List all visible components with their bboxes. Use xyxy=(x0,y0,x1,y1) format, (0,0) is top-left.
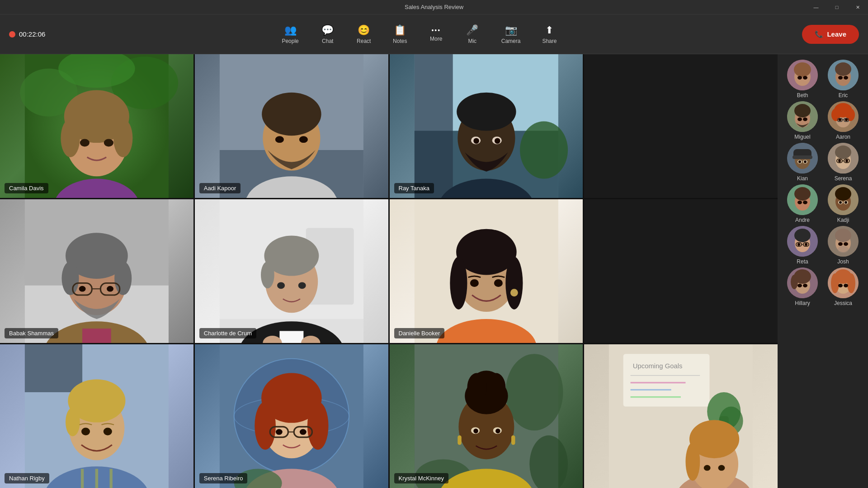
aaron-name: Aaron xyxy=(836,134,850,140)
camera-button[interactable]: 📷 Camera xyxy=(491,21,532,48)
video-cell-krystal[interactable]: Krystal McKinney xyxy=(390,344,583,488)
svg-point-32 xyxy=(520,121,568,178)
recording-dot xyxy=(9,31,15,38)
video-cell-danielle[interactable]: Danielle Booker xyxy=(390,199,583,343)
svg-point-200 xyxy=(803,284,807,287)
svg-point-188 xyxy=(805,243,807,246)
recording-time: 00:22:06 xyxy=(19,30,45,38)
svg-point-183 xyxy=(794,229,811,242)
svg-text:Upcoming Goals: Upcoming Goals xyxy=(633,362,683,370)
svg-point-67 xyxy=(470,279,478,287)
svg-point-64 xyxy=(450,257,467,310)
sidebar-participant-andre[interactable]: Andre xyxy=(783,184,821,223)
svg-point-180 xyxy=(844,201,847,204)
reta-avatar xyxy=(787,226,818,257)
share-button[interactable]: ⬆ Share xyxy=(531,21,567,48)
sidebar-participant-hillary[interactable]: Hillary xyxy=(783,267,821,306)
more-button[interactable]: ••• More xyxy=(418,23,454,46)
babak-avatar xyxy=(0,199,193,343)
svg-point-205 xyxy=(847,273,855,293)
video-cell-aadi[interactable]: Aadi Kapoor xyxy=(195,54,388,198)
svg-point-126 xyxy=(704,465,711,471)
kadji-name: Kadji xyxy=(837,217,849,223)
charlotte-avatar xyxy=(195,199,388,343)
svg-point-79 xyxy=(104,427,112,435)
eric-avatar xyxy=(828,60,859,90)
people-button[interactable]: 👥 People xyxy=(271,21,309,48)
sidebar-row-2: Miguel xyxy=(781,101,864,140)
more-label: More xyxy=(430,36,442,42)
jessica-name: Jessica xyxy=(834,300,852,306)
svg-point-167 xyxy=(838,160,841,162)
sidebar-participant-eric[interactable]: Eric xyxy=(824,60,862,99)
maximize-button[interactable]: □ xyxy=(826,0,847,14)
leave-label: Leave xyxy=(827,30,846,38)
svg-point-93 xyxy=(300,429,307,435)
chat-button[interactable]: 💬 Chat xyxy=(310,21,346,48)
svg-rect-106 xyxy=(458,435,461,445)
react-label: React xyxy=(357,38,371,44)
sidebar-participant-jessica[interactable]: Jessica xyxy=(824,267,862,306)
leave-button[interactable]: 📞 Leave xyxy=(802,25,859,44)
andre-name: Andre xyxy=(795,217,810,223)
hillary-name: Hillary xyxy=(795,300,810,306)
close-button[interactable]: ✕ xyxy=(847,0,868,14)
svg-point-141 xyxy=(797,117,802,121)
sidebar-participant-josh[interactable]: Josh xyxy=(824,226,862,265)
video-cell-extra[interactable]: Upcoming Goals xyxy=(584,344,778,488)
toolbar-actions: 👥 People 💬 Chat 😊 React 📋 Notes ••• More… xyxy=(271,21,567,48)
svg-point-152 xyxy=(845,118,848,121)
svg-point-77 xyxy=(66,408,80,436)
video-cell-camila[interactable]: Camila Davis xyxy=(0,54,193,198)
video-cell-nathan[interactable]: Nathan Rigby xyxy=(0,344,193,488)
leave-phone-icon: 📞 xyxy=(815,30,823,38)
svg-point-130 xyxy=(794,62,811,77)
serena-s-name: Serena xyxy=(835,175,852,182)
svg-point-176 xyxy=(835,187,851,201)
svg-point-17 xyxy=(262,93,321,136)
mic-button[interactable]: 🎤 Mic xyxy=(454,21,491,48)
sidebar-participant-serena-s[interactable]: Serena xyxy=(824,143,862,182)
miguel-avatar xyxy=(787,101,818,132)
ray-avatar xyxy=(390,54,583,198)
svg-point-171 xyxy=(794,187,811,201)
video-cell-babak[interactable]: Babak Shammas xyxy=(0,199,193,343)
react-button[interactable]: 😊 React xyxy=(346,21,382,48)
video-cell-ray[interactable]: Ray Tanaka xyxy=(390,54,583,198)
svg-rect-24 xyxy=(414,54,453,198)
react-icon: 😊 xyxy=(358,24,370,36)
svg-point-110 xyxy=(473,429,478,434)
svg-point-142 xyxy=(803,117,807,121)
notes-button[interactable]: 📋 Notes xyxy=(382,21,418,48)
svg-point-18 xyxy=(275,136,284,143)
svg-point-187 xyxy=(797,243,800,246)
sidebar-participant-reta[interactable]: Reta xyxy=(783,226,821,265)
svg-point-160 xyxy=(804,160,807,163)
svg-point-206 xyxy=(838,284,843,287)
sidebar-row-1: Beth Eric xyxy=(781,60,864,99)
sidebar-participants: Beth Eric xyxy=(778,54,868,488)
toolbar: 00:22:06 👥 People 💬 Chat 😊 React 📋 Notes… xyxy=(0,14,868,54)
svg-point-136 xyxy=(838,76,843,80)
reta-name: Reta xyxy=(797,258,808,265)
sidebar-row-4: Andre Kadji xyxy=(781,184,864,223)
sidebar-participant-beth[interactable]: Beth xyxy=(783,60,821,99)
video-cell-serena-r[interactable]: Serena Ribeiro xyxy=(195,344,388,488)
sidebar-participant-kadji[interactable]: Kadji xyxy=(824,184,862,223)
mic-label: Mic xyxy=(468,38,476,44)
minimize-button[interactable]: — xyxy=(806,0,826,14)
svg-rect-70 xyxy=(25,344,82,392)
more-icon: ••• xyxy=(431,27,441,34)
svg-point-105 xyxy=(486,373,505,402)
sidebar-participant-miguel[interactable]: Miguel xyxy=(783,101,821,140)
sidebar-participant-kian[interactable]: Kian xyxy=(783,143,821,182)
share-icon: ⬆ xyxy=(545,24,553,36)
sidebar-participant-aaron[interactable]: Aaron xyxy=(824,101,862,140)
serena-r-avatar xyxy=(195,344,388,488)
krystal-name-tag: Krystal McKinney xyxy=(394,473,448,483)
svg-point-194 xyxy=(844,242,848,246)
svg-point-151 xyxy=(839,118,841,121)
video-cell-charlotte[interactable]: Charlotte de Crum xyxy=(195,199,388,343)
svg-point-179 xyxy=(839,201,842,204)
svg-point-159 xyxy=(798,160,801,163)
